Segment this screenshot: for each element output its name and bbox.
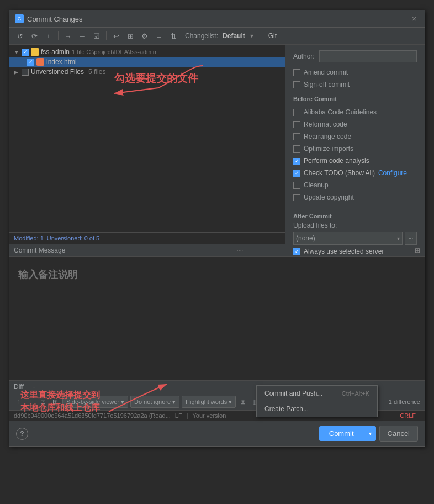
signoff-commit-checkbox[interactable]	[293, 81, 300, 88]
toolbar-btn-sort[interactable]: ≡	[153, 30, 165, 42]
author-input[interactable]	[319, 50, 417, 62]
ignore-label: Do not ignore	[134, 398, 171, 405]
select-arrow-icon: ▾	[397, 235, 400, 242]
rearrange-checkbox[interactable]	[293, 133, 300, 140]
diff-prev-button[interactable]: ↑	[14, 397, 24, 407]
unversioned-label: Unversioned Files	[31, 68, 84, 76]
author-label: Author:	[293, 53, 315, 60]
after-commit-section: After Commit Upload files to: (none) ▾ ·…	[293, 209, 417, 256]
diff-separator-pipe: |	[187, 412, 188, 419]
optimize-checkbox[interactable]	[293, 145, 300, 153]
upload-more-button[interactable]: ···	[405, 232, 417, 245]
create-patch-label: Create Patch...	[264, 405, 309, 413]
diff-copy-button[interactable]: ⊡	[38, 397, 48, 407]
toolbar-btn-group[interactable]: ⇅	[167, 30, 179, 42]
title-bar: C Commit Changes ×	[9, 11, 425, 28]
amend-commit-row: Amend commit	[293, 68, 417, 77]
always-use-server-row: Always use selected server	[293, 247, 417, 256]
changelist-value: Default	[223, 32, 245, 40]
highlight-dropdown-arrow: ▾	[229, 398, 232, 406]
diff-crlf-label: CRLF	[400, 412, 416, 419]
ignore-dropdown-arrow: ▾	[172, 398, 176, 406]
toolbar-separator-2	[106, 32, 107, 40]
commit-dialog: C Commit Changes × ↺ ⟳ + → ─ ☑ ↩ ⊞ ⚙ ≡ ⇅…	[9, 10, 425, 447]
diff-title: Diff	[14, 383, 24, 391]
highlight-words-button[interactable]: Highlight words ▾	[182, 396, 236, 408]
toolbar-btn-move[interactable]: →	[62, 30, 74, 42]
root-checkbox[interactable]	[22, 49, 29, 56]
diff-align-button[interactable]: ⊞	[238, 397, 248, 407]
root-info: 1 file C:\project\IDEA\fss-admin	[72, 49, 156, 55]
unversioned-checkbox[interactable]	[22, 69, 29, 76]
right-panel: Author: Amend commit Sign-off commit Bef…	[285, 45, 425, 244]
upload-select-row: (none) ▾ ···	[293, 232, 417, 245]
html-file-icon	[36, 58, 44, 66]
tree-unversioned-item[interactable]: ▶ Unversioned Files 5 files	[9, 67, 285, 77]
title-bar-left: C Commit Changes	[15, 14, 82, 23]
unversioned-count-status: Unversioned: 0 of 5	[47, 235, 99, 242]
reformat-checkbox[interactable]	[293, 121, 300, 128]
diff-save-button[interactable]: ⊞	[50, 397, 60, 407]
unversioned-expand-arrow[interactable]: ▶	[14, 69, 19, 75]
toolbar-btn-undo[interactable]: ↩	[110, 30, 122, 42]
changelist-dropdown-arrow[interactable]: ▾	[247, 32, 256, 40]
analysis-checkbox[interactable]	[293, 158, 300, 165]
upload-label: Upload files to:	[293, 222, 337, 229]
toolbar-btn-add[interactable]: +	[43, 30, 55, 42]
file-panel: ▼ fss-admin 1 file C:\project\IDEA\fss-a…	[9, 45, 285, 244]
signoff-commit-label: Sign-off commit	[304, 81, 350, 88]
toolbar-btn-refresh[interactable]: ↺	[14, 30, 26, 42]
toolbar-btn-check[interactable]: ☑	[91, 30, 103, 42]
amend-commit-label: Amend commit	[304, 69, 348, 76]
upload-select[interactable]: (none) ▾	[293, 232, 403, 245]
help-button[interactable]: ?	[16, 428, 28, 440]
commit-button[interactable]: Commit	[319, 426, 364, 441]
configure-link[interactable]: Configure	[378, 169, 407, 177]
git-tab[interactable]: Git	[265, 31, 280, 41]
option-row-reformat: Reformat code	[293, 120, 417, 129]
author-row: Author:	[293, 50, 417, 62]
root-folder-name: fss-admin	[41, 48, 70, 56]
option-row-cleanup: Cleanup	[293, 181, 417, 190]
dialog-title: Commit Changes	[27, 15, 82, 23]
amend-commit-checkbox[interactable]	[293, 69, 300, 76]
modified-count: Modified: 1	[14, 235, 44, 242]
cleanup-checkbox[interactable]	[293, 182, 300, 189]
toolbar-btn-sync[interactable]: ⟳	[28, 30, 40, 42]
commit-dropdown-menu: Commit and Push... Ctrl+Alt+K Create Pat…	[256, 385, 378, 417]
commit-btn-group: Commit ▾	[319, 426, 376, 441]
commit-and-push-item[interactable]: Commit and Push... Ctrl+Alt+K	[257, 386, 377, 401]
option-row-rearrange: Rearrange code	[293, 132, 417, 141]
copyright-checkbox[interactable]	[293, 194, 300, 201]
main-content: ▼ fss-admin 1 file C:\project\IDEA\fss-a…	[9, 45, 425, 244]
cm-expand-button[interactable]: ⊞	[415, 246, 420, 254]
tree-expand-arrow[interactable]: ▼	[14, 49, 19, 55]
changelist-label: Changelist:	[185, 32, 218, 40]
toolbar-btn-remove[interactable]: ─	[76, 30, 88, 42]
diff-dots: ····	[33, 384, 39, 390]
do-not-ignore-button[interactable]: Do not ignore ▾	[130, 396, 179, 408]
unversioned-count: 5 files	[88, 68, 105, 76]
commit-dropdown-button[interactable]: ▾	[364, 426, 376, 441]
toolbar-btn-settings[interactable]: ⚙	[139, 30, 151, 42]
commit-push-shortcut: Ctrl+Alt+K	[342, 390, 369, 397]
alibaba-checkbox[interactable]	[293, 109, 300, 116]
create-patch-item[interactable]: Create Patch...	[257, 401, 377, 417]
file-tree-item-index-html[interactable]: index.html	[9, 57, 285, 67]
cancel-button[interactable]: Cancel	[379, 426, 418, 442]
todo-checkbox[interactable]	[293, 170, 300, 177]
side-by-side-viewer-button[interactable]: Side-by-side viewer ▾	[62, 396, 128, 408]
always-use-server-checkbox[interactable]	[293, 248, 300, 255]
copyright-label: Update copyright	[304, 193, 354, 201]
signoff-commit-row: Sign-off commit	[293, 80, 417, 89]
diff-next-button[interactable]: ↓	[26, 397, 36, 407]
file-checkbox-index-html[interactable]	[27, 59, 34, 66]
tree-root-item[interactable]: ▼ fss-admin 1 file C:\project\IDEA\fss-a…	[9, 47, 285, 57]
toolbar-btn-diff[interactable]: ⊞	[124, 30, 136, 42]
file-status-bar: Modified: 1 Unversioned: 0 of 5	[9, 232, 285, 244]
alibaba-label: Alibaba Code Guidelines	[304, 108, 377, 116]
commit-message-title: Commit Message	[14, 246, 65, 254]
close-button[interactable]: ×	[409, 14, 419, 24]
toolbar-separator-1	[58, 32, 59, 40]
commit-message-textarea[interactable]	[9, 257, 425, 379]
